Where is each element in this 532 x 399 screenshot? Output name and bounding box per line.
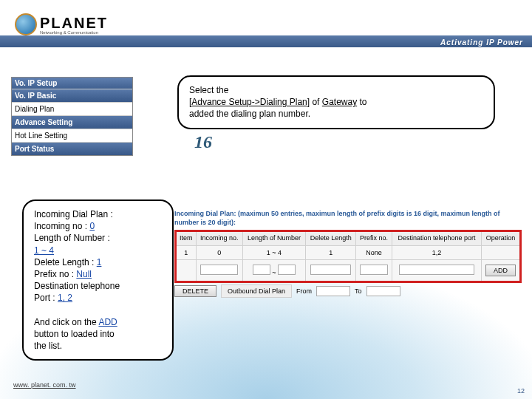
cell-incoming: 0 bbox=[196, 246, 242, 260]
callout-line: Prefix no : bbox=[34, 269, 76, 279]
cell-dest: 1,2 bbox=[392, 246, 481, 260]
callout-line: And click on the bbox=[34, 317, 98, 327]
callout-line: the list. bbox=[34, 341, 62, 351]
to-label: To bbox=[355, 287, 362, 295]
from-input[interactable] bbox=[316, 286, 350, 296]
step-number: 16 bbox=[194, 132, 212, 152]
callout-text: added the dialing plan number. bbox=[189, 109, 310, 119]
cell-item: 1 bbox=[176, 246, 197, 260]
cell-length: 1 ~ 4 bbox=[242, 246, 305, 260]
header-slogan: Activating IP Power bbox=[440, 38, 523, 47]
callout-line: Destination telephone bbox=[34, 281, 120, 291]
table-caption: Incoming Dial Plan: (maximun 50 entries,… bbox=[174, 210, 522, 227]
globe-icon bbox=[15, 13, 37, 35]
callout-line: button to loaded into bbox=[34, 329, 115, 339]
delete-button[interactable]: DELETE bbox=[174, 285, 216, 297]
callout-value: 1, 2 bbox=[58, 293, 72, 303]
length-from-input[interactable] bbox=[253, 265, 270, 275]
nav-title: Vo. IP Setup bbox=[12, 78, 132, 89]
table-header-row: Item Incoming no. Length of Number Delet… bbox=[176, 231, 521, 246]
callout-line: Length of Number : bbox=[34, 233, 110, 243]
callout-dialplan-values: Incoming Dial Plan : Incoming no : 0 Len… bbox=[22, 200, 174, 361]
dialplan-table: Item Incoming no. Length of Number Delet… bbox=[174, 230, 522, 283]
callout-value: 1 ~ 4 bbox=[34, 245, 54, 256]
prefix-input[interactable] bbox=[360, 265, 387, 275]
table-input-row: ~ ADD bbox=[176, 260, 521, 282]
footer-url: www. planet. com. tw bbox=[13, 381, 76, 389]
callout-text: to bbox=[357, 97, 366, 107]
callout-value: 1 bbox=[97, 257, 102, 267]
brand-logo: PLANET Networking & Communication bbox=[15, 13, 108, 35]
callout-value: Null bbox=[76, 269, 92, 279]
slide-header: PLANET Networking & Communication Activa… bbox=[0, 0, 532, 47]
length-to-input[interactable] bbox=[278, 265, 296, 275]
nav-item-advance-setting[interactable]: Advance Setting bbox=[12, 115, 132, 129]
callout-value: 0 bbox=[89, 221, 95, 231]
page-number: 12 bbox=[517, 387, 525, 395]
col-prefix: Prefix no. bbox=[356, 231, 392, 246]
col-length: Length of Number bbox=[242, 231, 305, 246]
callout-instruction: Select the [Advance Setup->Dialing Plan]… bbox=[177, 75, 495, 129]
brand-tagline: Networking & Communication bbox=[40, 30, 108, 35]
delete-length-input[interactable] bbox=[310, 265, 351, 275]
header-stripe: Activating IP Power bbox=[0, 35, 532, 47]
outbound-label: Outbound Dial Plan bbox=[221, 284, 292, 298]
from-label: From bbox=[296, 287, 312, 295]
nav-item-port-status[interactable]: Port Status bbox=[12, 142, 132, 155]
dialplan-table-section: Incoming Dial Plan: (maximun 50 entries,… bbox=[174, 210, 522, 298]
nav-item-dialing-plan[interactable]: Dialing Plan bbox=[12, 102, 132, 115]
nav-menu: Vo. IP Setup Vo. IP Basic Dialing Plan A… bbox=[11, 77, 133, 156]
callout-value: ADD bbox=[98, 317, 117, 327]
col-incoming: Incoming no. bbox=[196, 231, 242, 246]
col-operation: Operation bbox=[482, 231, 521, 246]
callout-text: Select the bbox=[189, 85, 228, 95]
cell-op bbox=[482, 246, 521, 260]
tilde: ~ bbox=[272, 269, 276, 276]
callout-line: Incoming Dial Plan : bbox=[34, 209, 113, 219]
callout-line: Incoming no : bbox=[34, 221, 89, 231]
nav-item-hot-line[interactable]: Hot Line Setting bbox=[12, 129, 132, 142]
callout-line: Delete Length : bbox=[34, 257, 97, 267]
callout-line: Port : bbox=[34, 293, 58, 303]
table-row: 1 0 1 ~ 4 1 None 1,2 bbox=[176, 246, 521, 260]
brand-name: PLANET bbox=[40, 15, 108, 32]
nav-item-voip-basic[interactable]: Vo. IP Basic bbox=[12, 89, 132, 102]
cell-prefix: None bbox=[356, 246, 392, 260]
col-delete: Delete Length bbox=[306, 231, 356, 246]
add-button[interactable]: ADD bbox=[485, 265, 516, 276]
callout-text: ] of bbox=[307, 97, 322, 107]
incoming-input[interactable] bbox=[200, 265, 238, 275]
callout-link-text: Gateway bbox=[322, 97, 357, 107]
callout-link-text: Advance Setup->Dialing Plan bbox=[191, 97, 307, 107]
cell-delete: 1 bbox=[306, 246, 356, 260]
col-item: Item bbox=[176, 231, 197, 246]
table-bottom-row: DELETE Outbound Dial Plan From To bbox=[174, 284, 522, 298]
to-input[interactable] bbox=[366, 286, 400, 296]
dest-port-input[interactable] bbox=[399, 265, 475, 275]
col-dest: Destination telephone port bbox=[392, 231, 481, 246]
